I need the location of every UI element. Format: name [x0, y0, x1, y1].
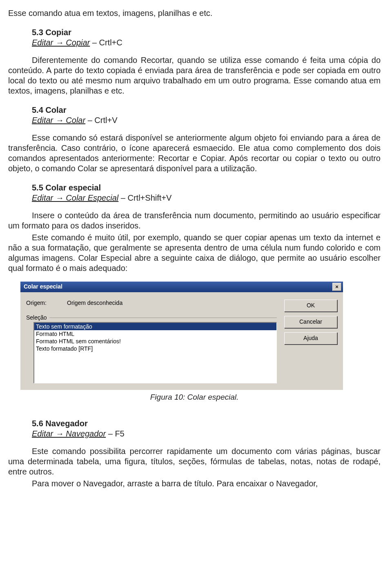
origin-value: Origem desconhecida [67, 300, 122, 307]
paragraph: Este comando possibilita percorrer rapid… [8, 446, 381, 477]
menu-path: Editar → Colar [32, 116, 85, 125]
heading-5-3: 5.3 Copiar [32, 27, 381, 38]
dialog-colar-especial: Colar especial × Origem: Origem desconhe… [20, 282, 368, 390]
paragraph: Insere o conteúdo da área de transferênc… [8, 210, 381, 231]
dialog-title: Colar especial [24, 283, 62, 291]
shortcut: – Crtl+C [90, 38, 122, 47]
close-icon[interactable]: × [332, 283, 341, 291]
menu-path: Editar → Copiar [32, 38, 90, 47]
paragraph: Esse comando só estará disponível se ant… [8, 133, 381, 174]
list-item[interactable]: Texto sem formatação [34, 323, 276, 330]
selection-listbox[interactable]: Texto sem formatação Formato HTML Format… [33, 322, 277, 383]
cancel-button[interactable]: Cancelar [284, 316, 337, 328]
menu-path: Editar → Colar Especial [32, 193, 118, 202]
shortcut: – F5 [106, 429, 125, 438]
list-item[interactable]: Formato HTML sem comentários! [34, 338, 276, 345]
heading-5-6: 5.6 Navegador [32, 418, 381, 429]
menu-path-line: Editar → Copiar – Crtl+C [32, 38, 381, 48]
dialog-titlebar[interactable]: Colar especial × [20, 282, 343, 292]
paragraph: Esse comando atua em textos, imagens, pl… [8, 8, 381, 18]
menu-path: Editar → Navegador [32, 429, 106, 438]
paragraph: Diferentemente do comando Recortar, quan… [8, 55, 381, 96]
heading-5-5: 5.5 Colar especial [32, 183, 381, 193]
origin-label: Origem: [26, 300, 55, 307]
heading-5-4: 5.4 Colar [32, 105, 381, 115]
menu-path-line: Editar → Navegador – F5 [32, 429, 381, 439]
paragraph: Este comando é muito útil, por exemplo, … [8, 233, 381, 273]
shortcut: – Crtl+V [85, 116, 117, 125]
list-item[interactable]: Formato HTML [34, 330, 276, 338]
list-item[interactable]: Texto formatado [RTF] [34, 345, 276, 352]
help-button[interactable]: Ajuda [284, 332, 337, 345]
menu-path-line: Editar → Colar – Crtl+V [32, 115, 381, 125]
shortcut: – Crtl+Shift+V [118, 193, 172, 202]
menu-path-line: Editar → Colar Especial – Crtl+Shift+V [32, 193, 381, 203]
figure-caption: Figura 10: Colar especial. [8, 392, 381, 402]
paragraph: Para mover o Navegador, arraste a barra … [8, 479, 381, 489]
ok-button[interactable]: OK [284, 300, 337, 312]
selection-frame-label: Seleção [26, 314, 277, 322]
